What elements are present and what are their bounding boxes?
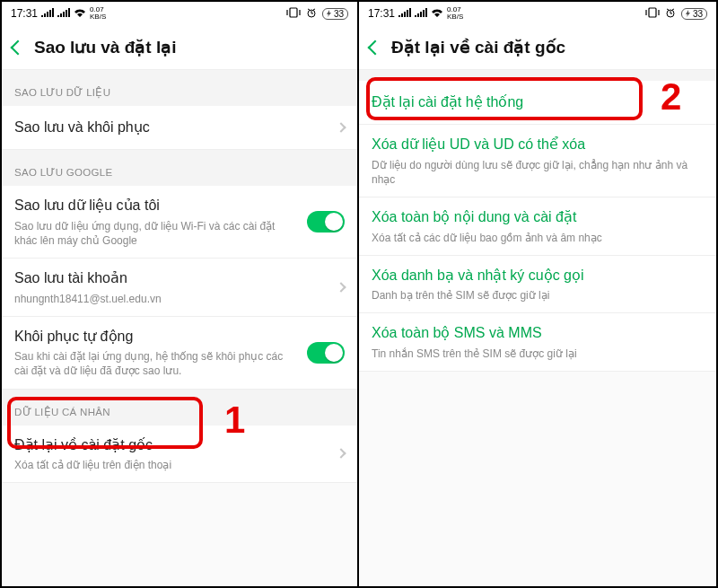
row-title: Xóa toàn bộ nội dung và cài đặt: [372, 207, 693, 227]
row-subtitle: Xóa tất cả dữ liệu trên điện thoại: [14, 458, 327, 472]
row-backup-account[interactable]: Sao lưu tài khoản nhungnth18411@st.uel.e…: [2, 259, 357, 317]
net-speed: 0.07KB/S: [90, 6, 106, 21]
row-title: Xóa dữ liệu UD và UD có thể xóa: [372, 135, 693, 154]
row-subtitle: Sau khi cài đặt lại ứng dụng, hệ thống s…: [14, 349, 296, 378]
row-title: Xóa danh bạ và nhật ký cuộc gọi: [372, 266, 693, 285]
header: Đặt lại về cài đặt gốc: [359, 25, 716, 70]
row-factory-reset[interactable]: Đặt lại về cài đặt gốc Xóa tất cả dữ liệ…: [2, 426, 357, 484]
row-subtitle: Xóa tất cả các dữ liệu bao gồm ảnh và âm…: [372, 231, 693, 245]
wifi-icon: [74, 7, 86, 20]
signal-icon: [41, 7, 54, 20]
svg-rect-2: [649, 8, 656, 17]
status-bar: 17:31 0.07KB/S: [2, 2, 357, 25]
back-icon[interactable]: [11, 39, 26, 55]
row-title: Sao lưu và khôi phục: [14, 118, 327, 137]
row-title: Xóa toàn bộ SMS và MMS: [372, 323, 693, 343]
row-erase-all-content[interactable]: Xóa toàn bộ nội dung và cài đặt Xóa tất …: [359, 197, 716, 256]
wifi-icon: [431, 7, 443, 20]
section-header-google-backup: SAO LƯU GOOGLE: [2, 150, 357, 186]
toggle-backup-my-data[interactable]: [307, 211, 345, 233]
row-subtitle: Sao lưu dữ liệu ứng dụng, dữ liệu Wi-Fi …: [14, 219, 296, 248]
net-speed: 0.07KB/S: [447, 6, 463, 21]
row-erase-apps-data[interactable]: Xóa dữ liệu UD và UD có thể xóa Dữ liệu …: [359, 125, 716, 197]
row-backup-my-data[interactable]: Sao lưu dữ liệu của tôi Sao lưu dữ liệu …: [2, 186, 357, 259]
status-time: 17:31: [11, 7, 38, 20]
vibrate-icon: [645, 7, 660, 21]
row-erase-contacts[interactable]: Xóa danh bạ và nhật ký cuộc gọi Danh bạ …: [359, 256, 716, 314]
svg-rect-0: [290, 8, 297, 17]
alarm-icon: [306, 7, 317, 21]
row-auto-restore[interactable]: Khôi phục tự động Sau khi cài đặt lại ứn…: [2, 317, 357, 390]
status-time: 17:31: [368, 7, 395, 20]
row-subtitle: nhungnth18411@st.uel.edu.vn: [14, 292, 327, 306]
section-header-backup-data: SAO LƯU DỮ LIỆU: [2, 70, 357, 106]
row-backup-restore[interactable]: Sao lưu và khôi phục: [2, 106, 357, 150]
row-title: Đặt lại về cài đặt gốc: [14, 435, 327, 455]
header: Sao lưu và đặt lại: [2, 25, 357, 70]
signal-icon: [415, 7, 427, 20]
signal-icon: [398, 7, 411, 20]
row-subtitle: Tin nhắn SMS trên thẻ SIM sẽ được giữ lạ…: [372, 347, 693, 361]
chevron-right-icon: [336, 449, 346, 459]
vibrate-icon: [286, 7, 301, 21]
row-reset-system-settings[interactable]: Đặt lại cài đặt hệ thống: [359, 81, 716, 125]
section-header-personal-data: DỮ LIỆU CÁ NHÂN: [2, 390, 357, 426]
row-subtitle: Dữ liệu do người dùng lưu sẽ được giữ lạ…: [372, 158, 693, 187]
status-bar: 17:31 0.07KB/S: [359, 2, 716, 25]
battery-indicator: 33: [322, 8, 348, 20]
row-title: Đặt lại cài đặt hệ thống: [372, 92, 693, 112]
row-title: Sao lưu tài khoản: [14, 268, 327, 288]
chevron-right-icon: [336, 123, 346, 133]
row-title: Sao lưu dữ liệu của tôi: [14, 196, 296, 215]
back-icon[interactable]: [368, 39, 383, 55]
row-erase-sms[interactable]: Xóa toàn bộ SMS và MMS Tin nhắn SMS trên…: [359, 313, 716, 372]
chevron-right-icon: [336, 282, 346, 292]
page-title: Đặt lại về cài đặt gốc: [391, 37, 565, 57]
signal-icon: [57, 7, 70, 20]
alarm-icon: [665, 7, 676, 21]
phone-left: 17:31 0.07KB/S: [2, 2, 359, 586]
toggle-auto-restore[interactable]: [307, 342, 345, 364]
page-title: Sao lưu và đặt lại: [34, 37, 176, 57]
row-title: Khôi phục tự động: [14, 327, 296, 347]
row-subtitle: Danh bạ trên thẻ SIM sẽ được giữ lại: [372, 288, 693, 303]
battery-indicator: 33: [681, 8, 707, 20]
phone-right: 17:31 0.07KB/S: [359, 2, 716, 586]
